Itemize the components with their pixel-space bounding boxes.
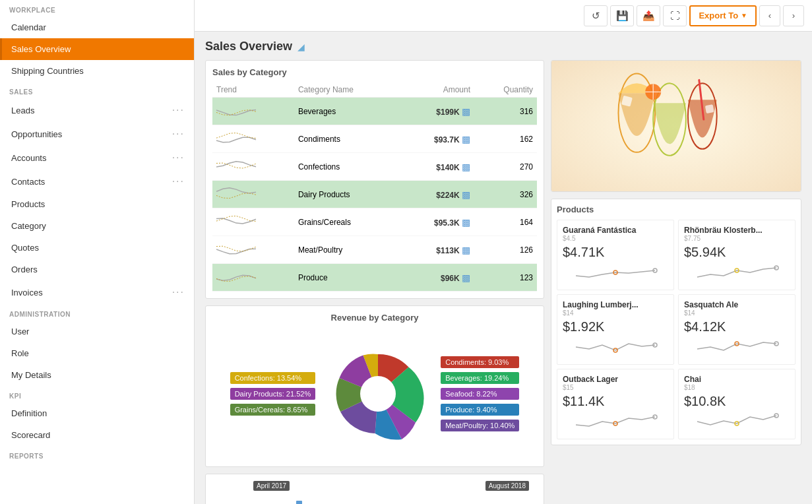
- product-value-0: $4.71K: [563, 245, 668, 260]
- bar-chart-icon: ▩: [462, 245, 470, 255]
- export-label: Export To: [699, 11, 738, 20]
- products-section: Products Guaraná Fantástica $4.5 $4.71K: [551, 199, 801, 445]
- revenue-title: Revenue by Category: [212, 313, 537, 323]
- admin-section-label: ADMINISTRATION: [0, 304, 194, 321]
- quantity-cell: 326: [474, 181, 537, 208]
- product-price-1: $7.75: [684, 235, 790, 242]
- bar-chart-card: April 2017 August 2018: [205, 474, 544, 504]
- amount-cell: $113K ▩: [400, 236, 474, 264]
- sidebar-item-label: Role: [11, 348, 29, 358]
- sidebar-item-label: Products: [11, 199, 45, 209]
- sidebar-item-definition[interactable]: Definition: [0, 402, 194, 424]
- refresh-button[interactable]: ↺: [584, 5, 608, 26]
- category-name-cell: Dairy Products: [294, 181, 400, 208]
- sidebar-item-invoices[interactable]: Invoices ···: [0, 280, 194, 304]
- product-name-2: Laughing Lumberj...: [563, 300, 668, 309]
- pie-label-beverages: Beverages: 19.24%: [441, 372, 519, 384]
- more-options-icon[interactable]: ···: [172, 286, 185, 298]
- sidebar-item-scorecard[interactable]: Scorecard: [0, 424, 194, 446]
- workplace-section-label: WORKPLACE: [0, 0, 194, 16]
- page-title-row: Sales Overview ◢: [205, 40, 801, 53]
- product-sparkline-3: [684, 337, 790, 357]
- sidebar-item-label: Definition: [11, 408, 47, 418]
- sidebar-item-opportunities[interactable]: Opportunities ···: [0, 122, 194, 146]
- amount-cell: $93.7K ▩: [400, 125, 474, 153]
- col-quantity: Quantity: [474, 82, 537, 98]
- trend-cell: [212, 264, 294, 292]
- right-panel: Products Guaraná Fantástica $4.5 $4.71K: [551, 60, 801, 504]
- pie-labels-left: Confections: 13.54% Dairy Products: 21.5…: [230, 372, 316, 416]
- more-options-icon[interactable]: ···: [172, 152, 185, 164]
- bar-chart-icon: ▩: [462, 272, 470, 283]
- pie-label-confections: Confections: 13.54%: [230, 372, 316, 384]
- trend-cell: [212, 236, 294, 264]
- sidebar-item-label: Opportunities: [11, 129, 62, 139]
- sidebar-item-user[interactable]: User: [0, 321, 194, 342]
- trend-cell: [212, 98, 294, 125]
- product-sparkline-4: [563, 412, 668, 431]
- sidebar-item-label: User: [11, 327, 29, 336]
- product-name-0: Guaraná Fantástica: [563, 226, 668, 235]
- bar-chart-area: April 2017 August 2018: [214, 481, 536, 504]
- table-row: Confections $140K ▩ 270: [212, 153, 537, 181]
- share-button[interactable]: 📤: [637, 5, 660, 26]
- sidebar-item-shipping-countries[interactable]: Shipping Countries: [0, 60, 194, 82]
- prev-button[interactable]: ‹: [759, 5, 780, 26]
- kpi-section-label: KPI: [0, 386, 194, 402]
- quantity-cell: 162: [474, 125, 537, 153]
- epoch-start-badge: April 2017: [253, 481, 290, 491]
- sales-section-label: SALES: [0, 82, 194, 98]
- main-area: ↺ 💾 📤 ⛶ Export To ▼ ‹ › Sales Overview ◢…: [195, 0, 812, 504]
- sidebar-item-category[interactable]: Category: [0, 215, 194, 237]
- trend-cell: [212, 181, 294, 208]
- sidebar-item-sales-overview[interactable]: Sales Overview: [0, 38, 194, 60]
- sidebar-item-calendar[interactable]: Calendar: [0, 16, 194, 38]
- sidebar-item-quotes[interactable]: Quotes: [0, 237, 194, 259]
- product-card-3: Sasquatch Ale $14 $4.12K: [678, 294, 796, 365]
- table-row: Condiments $93.7K ▩ 162: [212, 125, 537, 153]
- next-button[interactable]: ›: [783, 5, 804, 26]
- export-button[interactable]: Export To ▼: [689, 5, 757, 26]
- sidebar-item-role[interactable]: Role: [0, 342, 194, 364]
- quantity-cell: 164: [474, 208, 537, 236]
- filter-icon[interactable]: ◢: [297, 42, 305, 52]
- revenue-by-category-card: Revenue by Category Confections: 13.54% …: [205, 305, 544, 467]
- category-name-cell: Condiments: [294, 125, 400, 153]
- sidebar-item-label: Scorecard: [11, 430, 50, 440]
- category-name-cell: Produce: [294, 264, 400, 292]
- quantity-cell: 316: [474, 98, 537, 125]
- trend-cell: [212, 125, 294, 153]
- pie-label-meat: Meat/Poultry: 10.40%: [441, 420, 519, 431]
- beverages-image-card: [551, 60, 801, 192]
- sidebar-item-leads[interactable]: Leads ···: [0, 98, 194, 122]
- bar-chart-icon: ▩: [462, 134, 470, 144]
- sidebar-item-products[interactable]: Products: [0, 193, 194, 215]
- bar-chart-icon: ▩: [462, 106, 470, 117]
- product-card-0: Guaraná Fantástica $4.5 $4.71K: [557, 220, 674, 290]
- sidebar-item-label: Leads: [11, 106, 34, 115]
- sidebar-item-label: Quotes: [11, 243, 39, 253]
- product-value-4: $11.4K: [563, 394, 668, 409]
- more-options-icon[interactable]: ···: [172, 128, 185, 140]
- quantity-cell: 123: [474, 264, 537, 292]
- product-price-5: $18: [684, 384, 790, 391]
- save-button[interactable]: 💾: [610, 5, 634, 26]
- more-options-icon[interactable]: ···: [172, 104, 185, 116]
- sidebar-item-orders[interactable]: Orders: [0, 259, 194, 280]
- sidebar-item-contacts[interactable]: Contacts ···: [0, 170, 194, 193]
- sidebar-item-label: My Details: [11, 370, 51, 380]
- left-column: Sales by Category Trend Category Name Am…: [205, 60, 544, 504]
- table-row: Produce $96K ▩ 123: [212, 264, 537, 292]
- sales-by-category-card: Sales by Category Trend Category Name Am…: [205, 60, 544, 299]
- sales-category-table: Trend Category Name Amount Quantity Beve…: [212, 82, 537, 292]
- sidebar: WORKPLACE Calendar Sales Overview Shippi…: [0, 0, 195, 504]
- fullscreen-button[interactable]: ⛶: [663, 5, 687, 26]
- more-options-icon[interactable]: ···: [172, 175, 185, 187]
- sidebar-item-my-details[interactable]: My Details: [0, 364, 194, 386]
- pie-chart: [328, 344, 427, 443]
- sidebar-item-label: Shipping Countries: [11, 66, 84, 76]
- epoch-end-badge: August 2018: [485, 481, 529, 491]
- sidebar-item-accounts[interactable]: Accounts ···: [0, 146, 194, 170]
- content-area: Sales Overview ◢ Sales by Category Trend…: [195, 32, 812, 504]
- product-name-3: Sasquatch Ale: [684, 300, 790, 309]
